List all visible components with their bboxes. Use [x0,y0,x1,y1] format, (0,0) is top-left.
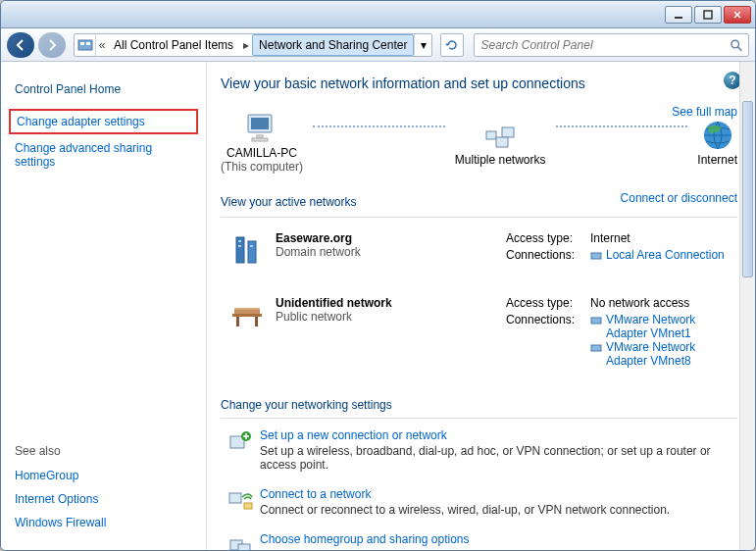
back-button[interactable] [7,32,34,58]
maximize-button[interactable] [694,6,722,24]
svg-rect-30 [244,503,252,509]
computer-icon [242,111,281,146]
breadcrumb-item-current[interactable]: Network and Sharing Center [252,34,414,56]
setup-new-connection: Set up a new connection or network Set u… [221,421,737,479]
see-also-label: See also [15,444,192,458]
divider [221,217,737,218]
svg-rect-17 [238,245,241,247]
svg-rect-9 [252,138,268,141]
connect-to-network: Connect to a network Connect or reconnec… [221,479,737,525]
connect-to-network-link[interactable]: Connect to a network [260,487,737,501]
map-connector [313,125,445,127]
map-node-multiple-networks: Multiple networks [455,118,546,167]
window-controls [665,6,751,24]
svg-rect-23 [236,317,239,326]
access-type-label: Access type: [506,231,590,245]
scrollbar[interactable] [739,62,755,550]
change-settings-label: Change your networking settings [221,398,737,412]
setup-new-connection-link[interactable]: Set up a new connection or network [260,428,737,442]
connect-to-network-desc: Connect or reconnect to a wireless, wire… [260,503,737,517]
see-full-map-link[interactable]: See full map [672,105,737,119]
active-networks-label: View your active networks [221,195,357,209]
minimize-button[interactable] [665,6,692,24]
map-node-name: CAMILLA-PC [227,146,297,160]
svg-rect-19 [591,253,601,259]
svg-rect-4 [86,42,90,45]
search-input[interactable] [480,38,729,52]
domain-network-icon [221,231,276,271]
internet-options-link[interactable]: Internet Options [15,487,192,511]
access-type-value: Internet [590,231,737,245]
svg-rect-10 [486,131,496,139]
setup-new-connection-desc: Set up a wireless, broadband, dial-up, a… [260,444,737,472]
globe-icon [698,118,737,153]
main-panel: ? View your basic network information an… [207,62,755,550]
svg-rect-0 [675,17,682,19]
new-connection-icon [221,428,260,472]
network-info: Easeware.org Domain network [276,231,506,271]
nic-icon [590,315,602,326]
choose-homegroup-link[interactable]: Choose homegroup and sharing options [260,532,737,546]
svg-rect-1 [704,11,712,19]
map-node-sub: (This computer) [221,160,303,174]
connection-link-vmnet1[interactable]: VMware Network Adapter VMnet1 [590,313,737,340]
svg-rect-18 [250,245,253,247]
forward-button[interactable] [38,32,66,58]
network-info: Unidentified network Public network [276,296,506,371]
control-panel-icon[interactable] [75,34,96,56]
divider [221,418,737,419]
connection-link-vmnet8[interactable]: VMware Network Adapter VMnet8 [590,340,737,368]
map-connector [556,125,688,127]
network-hub-icon [480,118,520,153]
page-title: View your basic network information and … [221,75,737,91]
connect-disconnect-link[interactable]: Connect or disconnect [621,191,737,205]
active-networks-header: View your active networks Connect or dis… [221,181,737,215]
svg-rect-15 [248,241,256,263]
breadcrumb[interactable]: « All Control Panel Items ▸ Network and … [74,33,432,57]
network-block-unidentified: Unidentified network Public network Acce… [221,284,737,384]
svg-rect-29 [229,493,241,503]
map-node-this-computer: CAMILLA-PC (This computer) [221,111,303,174]
network-type: Public network [276,310,506,324]
homegroup-link[interactable]: HomeGroup [15,464,192,487]
map-node-internet: Internet [697,118,737,167]
breadcrumb-root[interactable]: « [96,34,108,56]
svg-rect-16 [238,240,241,242]
scrollbar-thumb[interactable] [742,101,753,277]
svg-rect-20 [232,314,262,317]
connection-link-lan[interactable]: Local Area Connection [590,248,737,262]
control-panel-home-link[interactable]: Control Panel Home [15,77,192,101]
svg-rect-26 [591,345,601,351]
navbar: « All Control Panel Items ▸ Network and … [1,28,755,62]
breadcrumb-dropdown[interactable]: ▾ [414,34,431,56]
network-name: Easeware.org [276,231,506,245]
map-node-name: Multiple networks [455,153,546,167]
refresh-button[interactable] [440,33,464,57]
close-button[interactable] [724,6,751,24]
search-box[interactable] [474,33,749,57]
change-advanced-sharing-link[interactable]: Change advanced sharing settings [15,136,192,174]
connections-label: Connections: [506,248,590,262]
access-type-value: No network access [590,296,737,310]
content: Control Panel Home Change adapter settin… [1,62,755,550]
svg-point-5 [731,40,739,48]
chevron-right-icon[interactable]: ▸ [240,34,252,56]
change-adapter-settings-link[interactable]: Change adapter settings [9,109,198,134]
svg-rect-32 [238,544,250,550]
breadcrumb-item-all[interactable]: All Control Panel Items [108,34,240,56]
map-node-name: Internet [697,153,737,167]
sidebar-spacer [15,174,192,444]
window: « All Control Panel Items ▸ Network and … [0,0,756,551]
svg-rect-12 [496,137,508,147]
svg-rect-25 [591,318,601,324]
connections-label: Connections: [506,313,590,326]
svg-rect-8 [256,134,264,138]
access-type-label: Access type: [506,296,590,310]
network-meta: Access type: Internet Connections: Local… [506,231,737,271]
search-icon[interactable] [730,38,742,52]
windows-firewall-link[interactable]: Windows Firewall [15,511,192,534]
titlebar [1,1,755,28]
connect-network-icon [221,487,260,517]
svg-rect-22 [234,308,260,310]
nic-icon [590,342,602,354]
